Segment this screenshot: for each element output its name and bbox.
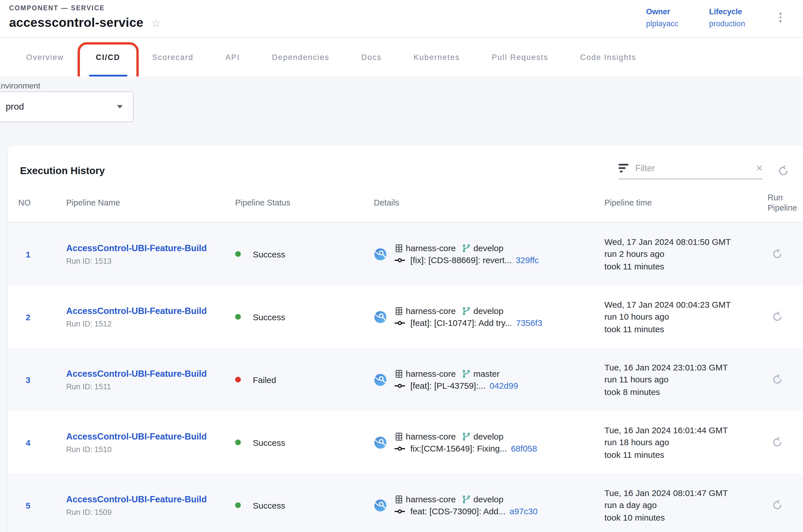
run-pipeline-icon[interactable] [771,311,783,323]
commit-message: [feat]: [CI-10747]: Add try... [410,318,512,328]
repository-name: harness-core [406,432,456,441]
tab-label: API [226,53,240,61]
commit-hash-link[interactable]: 329ffc [516,255,539,265]
clear-filter-icon[interactable]: × [756,163,763,173]
tab[interactable]: Kubernetes [404,38,469,76]
row-number: 5 [18,500,66,510]
active-tab-indicator [89,75,127,76]
pipeline-time: Wed, 17 Jan 2024 00:04:23 GMT run 10 hou… [605,299,768,335]
run-id: Run ID: 1511 [66,382,235,391]
git-commit-icon [394,256,405,264]
favorite-star-icon[interactable]: ☆ [151,16,161,30]
time-took: took 8 minutes [605,386,768,398]
owner-value[interactable]: plplayacc [646,18,678,30]
time-ago: run 18 hours ago [605,436,768,449]
lifecycle-value: production [709,18,745,30]
tab-label: Overview [26,53,64,61]
time-took: took 10 minutes [605,511,768,524]
git-branch-icon [461,432,471,441]
tab[interactable]: API [216,38,249,76]
pipeline-time: Tue, 16 Jan 2024 23:01:03 GMT run 11 hou… [605,361,768,398]
commit-hash-link[interactable]: 68f058 [511,443,537,453]
git-commit-icon [394,444,405,452]
pipeline-time: Tue, 16 Jan 2024 08:01:47 GMT run a day … [605,487,768,524]
git-branch-icon [461,306,471,316]
col-run-pipeline: Run Pipeline [768,192,803,213]
tab[interactable]: Pull Requests [482,38,557,76]
tab[interactable]: Docs [352,38,391,76]
status-label: Success [253,249,285,259]
tab[interactable]: Overview [17,38,73,76]
branch-name: develop [473,432,503,441]
filter-input[interactable] [635,163,752,173]
tab[interactable]: Code Insights [571,38,645,76]
refresh-table-icon[interactable] [777,165,789,177]
time-gmt: Wed, 17 Jan 2024 08:01:50 GMT [605,236,768,248]
run-id: Run ID: 1509 [66,508,235,516]
time-gmt: Wed, 17 Jan 2024 00:04:23 GMT [605,299,768,311]
pipeline-name-link[interactable]: AccessControl-UBI-Feature-Build [66,368,235,379]
col-details: Details [374,198,605,207]
run-pipeline-icon[interactable] [771,248,783,260]
col-pipeline-time: Pipeline time [605,198,768,207]
tab-label: Kubernetes [414,53,460,61]
tab[interactable]: Scorecard [143,38,203,76]
col-pipeline-status: Pipeline Status [235,198,374,207]
owner-label: Owner [646,6,678,18]
commit-hash-link[interactable]: a97c30 [510,506,538,516]
status-dot [235,502,241,508]
tab[interactable]: Dependencies [263,38,339,76]
row-number: 4 [18,438,66,447]
status-label: Success [253,312,285,322]
git-branch-icon [461,495,471,504]
branch-name: develop [473,243,503,253]
tab[interactable]: CI/CD [87,38,130,76]
table-row: 1 AccessControl-UBI-Feature-Build Run ID… [8,223,803,285]
git-branch-icon [461,369,471,378]
table-header-row: NO Pipeline Name Pipeline Status Details… [8,183,803,223]
repository-name: harness-core [406,369,456,378]
time-ago: run a day ago [605,499,768,511]
repository-icon [394,306,403,316]
table-row: 5 AccessControl-UBI-Feature-Build Run ID… [8,474,803,532]
time-gmt: Tue, 16 Jan 2024 23:01:03 GMT [605,361,768,374]
time-took: took 11 minutes [605,449,768,461]
tab-label: Dependencies [272,53,329,61]
git-commit-icon [394,382,405,390]
pipeline-time: Tue, 16 Jan 2024 16:01:44 GMT run 18 hou… [605,424,768,461]
commit-message: fix:[CCM-15649]: Fixing... [410,443,507,453]
tab-label: Docs [361,53,382,61]
pipeline-name-link[interactable]: AccessControl-UBI-Feature-Build [66,306,235,316]
run-pipeline-icon[interactable] [771,374,783,385]
environment-select[interactable]: prod [0,91,134,122]
repository-name: harness-core [406,494,456,504]
harness-pipeline-icon [374,247,387,261]
repository-name: harness-core [406,243,456,253]
row-number: 3 [18,375,66,384]
status-label: Success [253,438,285,447]
filter-field[interactable]: × [619,163,763,179]
pipeline-name-link[interactable]: AccessControl-UBI-Feature-Build [66,243,235,253]
repository-icon [394,495,403,504]
lifecycle-meta: Lifecycle production [709,6,745,37]
run-id: Run ID: 1513 [66,256,235,265]
cicd-tab-content: Environment prod Execution History × [0,76,803,532]
commit-hash-link[interactable]: 7356f3 [516,318,542,328]
run-pipeline-icon[interactable] [771,437,783,448]
repository-icon [394,369,403,378]
status-dot [235,439,241,445]
col-no: NO [18,198,66,207]
time-ago: run 11 hours ago [605,374,768,386]
kebab-menu-icon[interactable] [779,13,781,37]
execution-history-panel: Execution History × [8,146,803,532]
col-pipeline-name: Pipeline Name [66,198,235,207]
time-took: took 11 minutes [605,323,768,335]
commit-hash-link[interactable]: 042d99 [490,381,518,391]
run-pipeline-icon[interactable] [771,499,783,511]
pipeline-name-link[interactable]: AccessControl-UBI-Feature-Build [66,494,235,504]
pipeline-name-link[interactable]: AccessControl-UBI-Feature-Build [66,431,235,441]
status-label: Failed [253,375,276,384]
commit-message: [fix]: [CDS-88669]: revert... [410,255,512,265]
environment-selected-value: prod [6,101,24,112]
time-gmt: Tue, 16 Jan 2024 16:01:44 GMT [605,424,768,436]
